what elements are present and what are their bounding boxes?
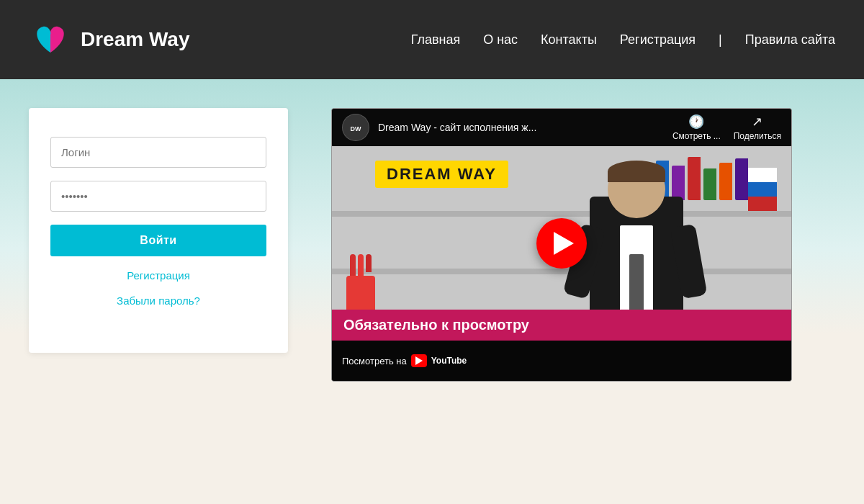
channel-avatar: DW: [342, 114, 369, 141]
svg-text:DW: DW: [351, 125, 361, 132]
nav-about[interactable]: О нас: [483, 32, 518, 48]
content-area: Войти Регистрация Забыли пароль? DW Drea…: [0, 79, 864, 504]
cta-text: ьно к просмотру: [411, 317, 529, 333]
yt-play-icon: [415, 356, 423, 365]
cta-overlay: Обязател ьно к просмотру: [332, 310, 791, 341]
nav-home[interactable]: Главная: [411, 32, 461, 48]
nav-rules[interactable]: Правила сайта: [745, 32, 835, 48]
flag-white-band: [748, 168, 777, 182]
video-actions: 🕐 Смотреть ... ↗ Поделиться: [672, 114, 781, 141]
logo-text: Dream Way: [81, 28, 189, 51]
nav-registration[interactable]: Регистрация: [620, 32, 696, 48]
youtube-logo: [411, 354, 427, 367]
flag-ribbon: [748, 168, 777, 211]
header: Dream Way Главная О нас Контакты Регистр…: [0, 0, 864, 79]
video-top-bar: DW Dream Way - сайт исполнения ж... 🕐 См…: [332, 109, 791, 146]
username-input[interactable]: [50, 137, 266, 168]
forgot-password-link[interactable]: Забыли пароль?: [117, 294, 200, 307]
login-button[interactable]: Войти: [50, 225, 266, 256]
flag-red-band: [748, 197, 777, 211]
flag-blue-band: [748, 182, 777, 197]
share-button[interactable]: ↗ Поделиться: [734, 114, 781, 141]
main-nav: Главная О нас Контакты Регистрация | Пра…: [411, 32, 835, 48]
register-link[interactable]: Регистрация: [127, 269, 190, 282]
clock-icon: 🕐: [688, 114, 704, 130]
watch-button[interactable]: 🕐 Смотреть ...: [672, 114, 721, 141]
video-title: Dream Way - сайт исполнения ж...: [378, 122, 664, 133]
youtube-logo-area: Посмотреть на YouTube: [342, 354, 467, 367]
shelf-line-1: [332, 211, 791, 217]
video-bottom-bar: Посмотреть на YouTube: [332, 341, 791, 381]
nav-divider: |: [719, 32, 722, 48]
password-input[interactable]: [50, 181, 266, 212]
video-scene: DREAM WAY: [332, 146, 791, 341]
share-icon: ↗: [752, 114, 762, 130]
play-button[interactable]: [536, 218, 587, 269]
youtube-watch-label: Посмотреть на: [342, 356, 407, 366]
play-triangle-icon: [554, 232, 574, 255]
book-4: [703, 168, 716, 200]
share-label: Поделиться: [734, 131, 781, 141]
logo-icon: [29, 18, 72, 61]
book-6: [735, 158, 748, 200]
book-5: [719, 163, 732, 200]
shelf-line-2: [332, 269, 791, 274]
youtube-brand: YouTube: [431, 356, 467, 366]
dreamway-sign: DREAM WAY: [375, 161, 508, 188]
video-area: DW Dream Way - сайт исполнения ж... 🕐 См…: [331, 108, 835, 382]
login-card: Войти Регистрация Забыли пароль?: [29, 108, 288, 353]
nav-contacts[interactable]: Контакты: [541, 32, 597, 48]
watch-label: Смотреть ...: [672, 131, 721, 141]
logo-area: Dream Way: [29, 18, 189, 61]
cta-prefix: Обязател: [343, 317, 411, 333]
video-container: DW Dream Way - сайт исполнения ж... 🕐 См…: [331, 108, 792, 382]
